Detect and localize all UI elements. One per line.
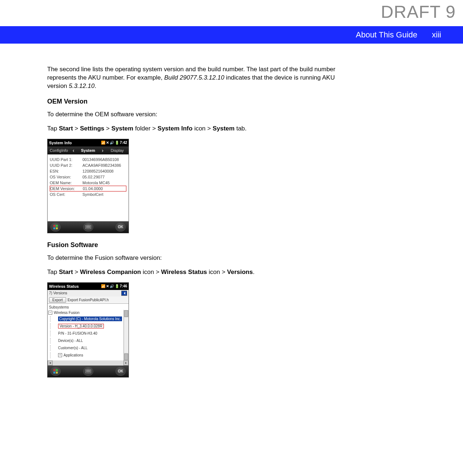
empty-area xyxy=(48,199,129,221)
signal-icon: 📶 xyxy=(101,141,105,145)
start-button-icon[interactable] xyxy=(50,223,61,231)
svg-rect-2 xyxy=(53,227,55,229)
row-oemversion: OEM Version:01.04.0000 xyxy=(50,186,126,191)
scroll-up-button[interactable] xyxy=(124,310,128,317)
network-icon: ✕ xyxy=(106,284,109,288)
volume-icon: 🔊 xyxy=(110,141,114,145)
collapse-icon[interactable]: − xyxy=(48,311,52,315)
oem-path-system-folder: System xyxy=(111,125,133,132)
ws-title: Wireless Status xyxy=(49,284,101,289)
oem-path-settings: Settings xyxy=(80,125,104,132)
expand-icon[interactable]: + xyxy=(58,353,62,357)
oem-heading: OEM Version xyxy=(47,98,352,105)
svg-rect-4 xyxy=(85,225,91,229)
oem-description: To determine the OEM software version: xyxy=(47,110,352,119)
export-hint: Export FusionPublicAPI.h xyxy=(68,298,109,302)
row-uuid2: UUID Part 2:ACAA9AF89B234386 xyxy=(50,162,126,168)
oem-path-system-tab: System xyxy=(212,125,234,132)
fusion-path: Tap Start > Wireless Companion icon > Wi… xyxy=(47,268,352,277)
horizontal-scrollbar[interactable]: ◂ ▸ xyxy=(48,360,129,366)
row-uuid1: UUID Part 1:001346996AB50108 xyxy=(50,157,126,162)
page-header-bar: About This Guide xiii xyxy=(0,26,463,44)
system-info-list: UUID Part 1:001346996AB50108 UUID Part 2… xyxy=(48,154,129,199)
network-icon: ✕ xyxy=(106,141,109,145)
tree-copyright[interactable]: Copyright (C) - Motorola Solutions Inc. xyxy=(48,315,123,323)
fusion-path-companion: Wireless Companion xyxy=(80,269,141,275)
ws-toolbar: Export Export FusionPublicAPI.h xyxy=(48,297,129,304)
tree-pn[interactable]: P/N - 31-FUSION-H3.40 xyxy=(48,330,123,337)
oem-path: Tap Start > Settings > System folder > S… xyxy=(47,125,352,133)
intro-text-c: . xyxy=(94,82,96,89)
tab-display[interactable]: Display xyxy=(106,148,129,153)
ws-status-icons: 📶 ✕ 🔊 🔋 7:46 xyxy=(101,284,127,288)
fusion-path-start: Start xyxy=(59,269,73,275)
svg-rect-11 xyxy=(85,370,91,373)
fusion-heading: Fusion Software xyxy=(47,241,352,249)
start-button-icon[interactable] xyxy=(50,367,61,376)
ws-subtitle: 7) Versions xyxy=(49,291,67,295)
ws-subtitle-bar: 7) Versions xyxy=(48,290,129,297)
header-section-title: About This Guide xyxy=(356,30,418,40)
battery-icon: 🔋 xyxy=(115,284,119,288)
scroll-right-button[interactable]: ▸ xyxy=(123,360,129,366)
tab-arrow-right-icon[interactable]: › xyxy=(99,148,106,153)
tab-bar: ConfigInfo ‹ System › Display xyxy=(48,146,129,154)
svg-rect-9 xyxy=(53,372,55,374)
intro-aku-example: 5.3.12.10 xyxy=(69,82,95,89)
titlebar-status-icons: 📶 ✕ 🔊 🔋 7:42 xyxy=(101,141,127,145)
hscroll-track[interactable] xyxy=(53,360,123,366)
ws-titlebar: Wireless Status 📶 ✕ 🔊 🔋 7:46 xyxy=(48,283,129,290)
tree-devices[interactable]: Device(s) - ALL xyxy=(48,337,123,344)
svg-rect-3 xyxy=(56,227,58,229)
back-arrow-icon[interactable] xyxy=(121,291,127,296)
clock-time: 7:42 xyxy=(120,141,127,145)
tree-root[interactable]: − Wireless Fusion xyxy=(48,310,123,315)
svg-rect-1 xyxy=(56,225,58,227)
tree-scroll-container: − Wireless Fusion Copyright (C) - Motoro… xyxy=(48,310,129,360)
tree-copyright-label: Copyright (C) - Motorola Solutions Inc. xyxy=(58,316,122,321)
oem-path-systeminfo: System Info xyxy=(158,125,192,132)
vertical-scrollbar[interactable] xyxy=(123,310,129,360)
keyboard-button-icon[interactable] xyxy=(83,367,93,376)
tree-version[interactable]: Version - H_3.40.0.0.028R xyxy=(48,323,123,330)
page-content: The second line lists the operating syst… xyxy=(0,44,399,400)
svg-rect-8 xyxy=(56,369,58,371)
row-osversion: OS Version:05.02.29077 xyxy=(50,174,126,180)
volume-icon: 🔊 xyxy=(110,284,114,288)
keyboard-button-icon[interactable] xyxy=(83,223,93,231)
titlebar-title: System Info xyxy=(49,141,101,145)
fusion-path-status: Wireless Status xyxy=(161,269,207,275)
scroll-left-button[interactable]: ◂ xyxy=(48,360,53,366)
signal-icon: 📶 xyxy=(101,284,105,288)
draft-watermark: DRAFT 9 xyxy=(381,2,456,22)
tab-configinfo[interactable]: ConfigInfo xyxy=(48,148,70,153)
system-info-screenshot: System Info 📶 ✕ 🔊 🔋 7:42 ConfigInfo ‹ Sy… xyxy=(47,139,129,233)
fusion-path-versions: Versions xyxy=(227,269,253,275)
versions-tree: − Wireless Fusion Copyright (C) - Motoro… xyxy=(48,310,123,360)
ws-clock-time: 7:46 xyxy=(120,284,127,288)
titlebar: System Info 📶 ✕ 🔊 🔋 7:42 xyxy=(48,139,129,146)
svg-rect-10 xyxy=(56,372,58,374)
scroll-track[interactable] xyxy=(124,318,128,353)
row-oemname: OEM Name:Motorola MC45 xyxy=(50,180,126,186)
ws-softkey-bar: OK xyxy=(48,366,129,377)
tab-arrow-left-icon[interactable]: ‹ xyxy=(70,148,77,153)
ok-button[interactable]: OK xyxy=(115,223,126,231)
softkey-bar: OK xyxy=(48,221,129,233)
intro-build-example: Build 29077.5.3.12.10 xyxy=(164,74,224,81)
tab-system[interactable]: System xyxy=(77,148,99,153)
row-oscert: OS Cert:SymbolCert xyxy=(50,191,126,197)
svg-rect-7 xyxy=(53,369,55,371)
battery-icon: 🔋 xyxy=(115,141,119,145)
scroll-down-button[interactable] xyxy=(124,354,128,360)
export-button[interactable]: Export xyxy=(49,297,66,303)
wireless-status-screenshot: Wireless Status 📶 ✕ 🔊 🔋 7:46 7) Versions… xyxy=(47,282,129,378)
svg-rect-0 xyxy=(53,225,55,227)
row-esn: ESN:12088521640008 xyxy=(50,168,126,174)
tree-applications[interactable]: + Applications xyxy=(48,352,123,359)
tree-version-label: Version - H_3.40.0.0.028R xyxy=(58,324,104,328)
oem-path-start: Start xyxy=(59,125,73,132)
tree-customers[interactable]: Customer(s) - ALL xyxy=(48,344,123,352)
ok-button[interactable]: OK xyxy=(115,367,126,376)
intro-paragraph: The second line lists the operating syst… xyxy=(47,65,352,90)
